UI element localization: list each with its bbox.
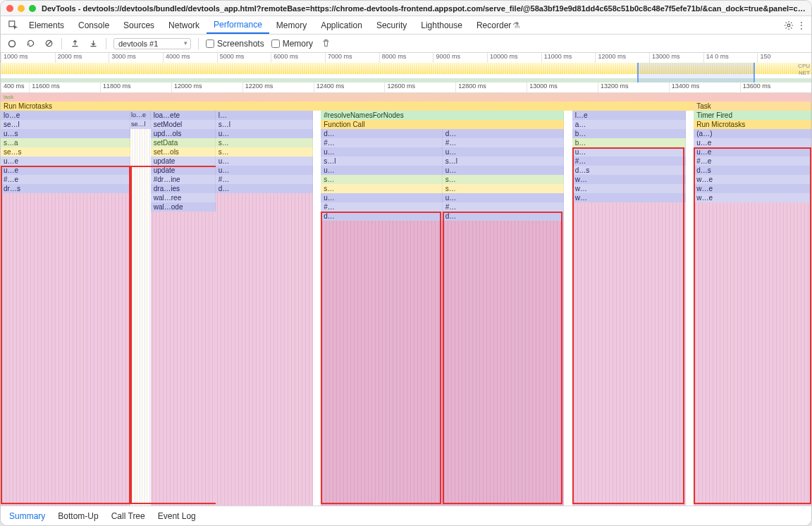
devtools-window: DevTools - devtools://devtools/bundled/d… [0, 0, 812, 526]
titlebar: DevTools - devtools://devtools/bundled/d… [1, 1, 811, 16]
tab-application[interactable]: Application [314, 16, 369, 34]
zoom-icon[interactable] [29, 5, 36, 12]
highlight-box [443, 212, 563, 504]
panel-tabs: Elements Console Sources Network Perform… [22, 16, 527, 34]
svg-point-1 [787, 24, 790, 27]
tab-event-log[interactable]: Event Log [158, 511, 196, 521]
tab-sources[interactable]: Sources [116, 16, 161, 34]
close-icon[interactable] [6, 5, 13, 12]
minimize-icon[interactable] [18, 5, 25, 12]
flame-col-4: d… #… u… s…l u… s… s… u… #… d… [443, 102, 565, 506]
flame-col-3: #resolveNamesForNodes Function Call d… #… [321, 102, 443, 506]
clear-icon[interactable] [43, 38, 54, 49]
tab-memory[interactable]: Memory [269, 16, 314, 34]
upload-icon[interactable] [69, 38, 80, 49]
perf-toolbar: devtools #1 Screenshots Memory [1, 35, 811, 53]
overview-window[interactable] [637, 63, 755, 82]
timer-fired[interactable]: Timer Fired [694, 111, 811, 120]
highlight-box [1, 166, 130, 504]
tab-call-tree[interactable]: Call Tree [111, 511, 145, 521]
flame-col-2: l… s…l u… s… s… u… u… #… d… [216, 102, 313, 506]
timeline-overview[interactable]: 1000 ms 2000 ms 3000 ms 4000 ms 5000 ms … [1, 53, 811, 82]
flame-col-1: loa…ete setModel upd…ols setData set…ols… [151, 102, 216, 506]
inspect-icon[interactable] [5, 20, 22, 30]
details-tabstrip: Summary Bottom-Up Call Tree Event Log [1, 506, 811, 525]
window-title: DevTools - devtools://devtools/bundled/d… [42, 4, 806, 13]
profile-selector[interactable]: devtools #1 [113, 38, 191, 49]
screenshots-checkbox[interactable]: Screenshots [206, 39, 264, 49]
gear-icon[interactable] [782, 20, 796, 30]
panel-tabstrip: Elements Console Sources Network Perform… [1, 16, 811, 35]
more-icon[interactable]: ⋮ [796, 20, 807, 30]
tab-network[interactable]: Network [161, 16, 207, 34]
tab-elements[interactable]: Elements [22, 16, 71, 34]
flask-icon: ⚗ [512, 20, 520, 30]
tab-bottom-up[interactable]: Bottom-Up [58, 511, 98, 521]
record-icon[interactable] [6, 38, 18, 49]
memory-checkbox[interactable]: Memory [271, 39, 313, 49]
tab-performance[interactable]: Performance [207, 16, 269, 34]
trash-icon[interactable] [320, 38, 331, 49]
memory-label: Memory [283, 39, 313, 49]
breadcrumb-row: iask [1, 93, 811, 102]
download-icon[interactable] [87, 38, 99, 49]
flame-col-6: Task Timer Fired Run Microtasks (a…) u…e… [694, 102, 811, 506]
svg-line-4 [47, 41, 51, 46]
svg-point-2 [9, 40, 16, 47]
detail-ruler[interactable]: 400 ms 11600 ms 11800 ms 12000 ms 12200 … [1, 82, 811, 93]
tab-security[interactable]: Security [369, 16, 414, 34]
screenshots-label: Screenshots [217, 39, 264, 49]
traffic-lights [6, 5, 36, 12]
flame-col-5: l…e a… b… b… u… #… d…s w… w… w… [572, 102, 686, 506]
run-microtasks[interactable]: Run Microtasks [694, 120, 811, 129]
flame-col-0: Run Microtasks lo…e se…l u…s s…a se…s u…… [1, 102, 130, 506]
task-bar[interactable]: Task [694, 102, 811, 111]
highlight-box [321, 212, 441, 504]
reload-icon[interactable] [25, 38, 36, 49]
tab-summary[interactable]: Summary [9, 511, 45, 521]
tab-console[interactable]: Console [71, 16, 116, 34]
overview-labels: CPU NET [798, 63, 810, 77]
tab-recorder[interactable]: Recorder⚗ [469, 16, 527, 34]
tab-lighthouse[interactable]: Lighthouse [414, 16, 469, 34]
highlight-box [572, 147, 684, 504]
highlight-box [694, 147, 811, 504]
flamechart[interactable]: Run Microtasks lo…e se…l u…s s…a se…s u…… [1, 102, 811, 506]
overview-ruler: 1000 ms 2000 ms 3000 ms 4000 ms 5000 ms … [1, 53, 811, 63]
